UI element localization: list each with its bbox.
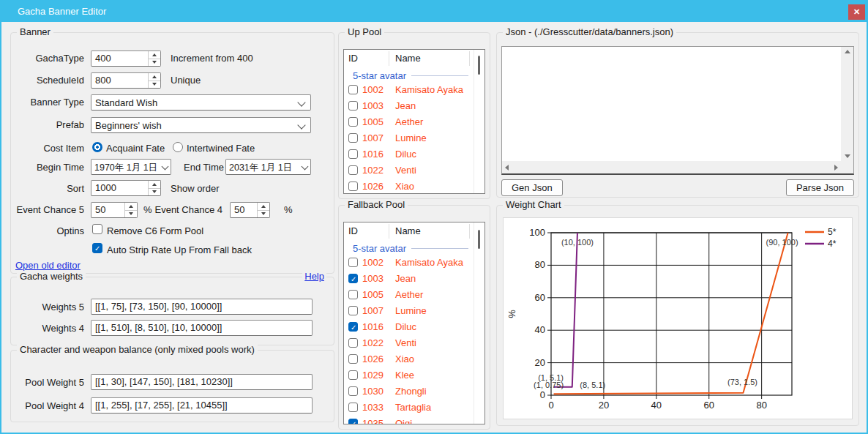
row-checkbox[interactable]	[348, 165, 358, 175]
row-checkbox[interactable]	[348, 258, 358, 267]
row-checkbox[interactable]	[348, 338, 358, 348]
pool-row[interactable]: 1016Diluc	[344, 319, 474, 335]
remove-c6-checkbox[interactable]	[92, 224, 102, 234]
pool-row[interactable]: 1005Aether	[344, 114, 474, 130]
prefab-select[interactable]: Beginners' wish	[91, 117, 311, 133]
scheduleid-spinner[interactable]	[148, 73, 160, 88]
scheduleid-input[interactable]: 800	[91, 72, 161, 89]
svg-text:20: 20	[535, 357, 545, 368]
optins-label: Optins	[56, 225, 84, 236]
pool-row[interactable]: 1022Venti	[344, 335, 474, 351]
pool-weight-4-input[interactable]: [[1, 255], [17, 255], [21, 10455]]	[91, 397, 313, 414]
row-checkbox[interactable]	[348, 419, 358, 424]
spin-up-icon[interactable]	[149, 181, 160, 189]
row-id: 1022	[362, 165, 384, 176]
pool-row[interactable]: 1029Klee	[344, 367, 474, 384]
spin-down-icon[interactable]	[125, 211, 137, 218]
weights-5-input[interactable]: [[1, 75], [73, 150], [90, 10000]]	[91, 299, 313, 315]
pool-row[interactable]: 1022Venti	[344, 162, 474, 179]
column-header-id[interactable]: ID	[348, 225, 358, 236]
scroll-right-icon[interactable]	[834, 165, 838, 171]
parse-json-button[interactable]: Parse Json	[786, 179, 854, 196]
weights-4-input[interactable]: [[1, 510], [8, 510], [10, 10000]]	[91, 320, 313, 336]
row-checkbox[interactable]	[348, 322, 358, 332]
titlebar[interactable]: Gacha Banner Editor	[0, 0, 868, 22]
scrollbar-thumb[interactable]	[478, 230, 480, 249]
scroll-up-icon[interactable]	[845, 50, 850, 53]
row-checkbox[interactable]	[348, 85, 358, 94]
row-name: Kamisato Ayaka	[395, 257, 463, 268]
spin-down-icon[interactable]	[149, 59, 160, 67]
pool-row[interactable]: 1003Jean	[344, 271, 474, 287]
list-scrollbar[interactable]	[474, 222, 484, 424]
pool-row[interactable]: 1002Kamisato Ayaka	[344, 82, 474, 98]
row-checkbox[interactable]	[348, 290, 358, 299]
row-checkbox[interactable]	[348, 133, 358, 143]
event-chance-5-input[interactable]: 50	[91, 202, 138, 218]
json-vertical-scrollbar[interactable]	[841, 47, 853, 161]
column-header-id[interactable]: ID	[348, 53, 358, 64]
row-checkbox[interactable]	[348, 101, 358, 111]
spin-up-icon[interactable]	[149, 73, 160, 81]
spin-up-icon[interactable]	[258, 203, 269, 211]
event-chance-4-input[interactable]: 50	[230, 202, 270, 218]
column-header-name[interactable]: Name	[395, 225, 421, 236]
pool-row[interactable]: 1002Kamisato Ayaka	[344, 255, 474, 271]
sort-spinner[interactable]	[148, 181, 160, 195]
gachatype-spinner[interactable]	[148, 51, 160, 66]
auto-strip-checkbox[interactable]	[92, 243, 102, 253]
event-chance-5-spinner[interactable]	[124, 203, 137, 217]
spin-down-icon[interactable]	[258, 211, 269, 218]
open-old-editor-link[interactable]: Open old editor	[15, 260, 81, 271]
end-time-picker[interactable]: 2031年 1月 1日	[225, 159, 311, 175]
row-checkbox[interactable]	[348, 149, 358, 159]
up-pool-list[interactable]: IDName5-star avatar1002Kamisato Ayaka100…	[343, 49, 485, 194]
row-checkbox[interactable]	[348, 117, 358, 127]
scroll-down-icon[interactable]	[845, 154, 850, 158]
row-checkbox[interactable]	[348, 403, 358, 412]
pool-row[interactable]: 1007Lumine	[344, 130, 474, 146]
scroll-left-icon[interactable]	[505, 165, 509, 171]
row-checkbox[interactable]	[348, 370, 358, 380]
gachatype-label: GachaType	[36, 53, 85, 64]
spin-up-icon[interactable]	[149, 51, 160, 59]
row-id: 1026	[362, 353, 384, 364]
gachatype-input[interactable]: 400	[91, 50, 161, 67]
json-textarea[interactable]	[501, 46, 854, 175]
row-checkbox[interactable]	[348, 354, 358, 364]
gen-json-button[interactable]: Gen Json	[501, 179, 563, 196]
pool-row[interactable]: 1035Qiqi	[344, 416, 474, 424]
column-header-name[interactable]: Name	[395, 53, 421, 64]
pool-row[interactable]: 1026Xiao	[344, 179, 474, 193]
event-chance-4-spinner[interactable]	[257, 203, 269, 217]
json-horizontal-scrollbar[interactable]	[502, 161, 841, 173]
scrollbar-thumb[interactable]	[478, 56, 480, 75]
row-checkbox[interactable]	[348, 306, 358, 315]
pool-weight-5-input[interactable]: [[1, 30], [147, 150], [181, 10230]]	[91, 374, 313, 390]
pool-row[interactable]: 1005Aether	[344, 287, 474, 303]
banner-type-select[interactable]: Standard Wish	[91, 94, 311, 111]
row-id: 1003	[362, 100, 384, 111]
row-name: Jean	[395, 273, 416, 284]
spin-up-icon[interactable]	[125, 203, 137, 211]
pool-row[interactable]: 1030Zhongli	[344, 384, 474, 400]
help-link[interactable]: Help	[302, 271, 326, 282]
pool-row[interactable]: 1026Xiao	[344, 351, 474, 367]
intertwined-fate-radio[interactable]	[173, 142, 183, 152]
close-button[interactable]: ✕	[848, 4, 865, 20]
list-rows: 1002Kamisato Ayaka1003Jean1005Aether1007…	[344, 255, 474, 424]
row-checkbox[interactable]	[348, 274, 358, 283]
pool-row[interactable]: 1003Jean	[344, 98, 474, 114]
pool-row[interactable]: 1033Tartaglia	[344, 400, 474, 416]
pool-row[interactable]: 1016Diluc	[344, 146, 474, 162]
row-checkbox[interactable]	[348, 182, 358, 191]
list-scrollbar[interactable]	[474, 50, 484, 193]
spin-down-icon[interactable]	[149, 81, 160, 89]
begin-time-picker[interactable]: 1970年 1月 1日	[91, 159, 171, 175]
row-checkbox[interactable]	[348, 386, 358, 396]
pool-row[interactable]: 1007Lumine	[344, 303, 474, 319]
fallback-pool-list[interactable]: IDName5-star avatar1002Kamisato Ayaka100…	[343, 222, 485, 424]
sort-input[interactable]: 1000	[91, 180, 161, 196]
acquaint-fate-radio[interactable]	[92, 142, 102, 152]
spin-down-icon[interactable]	[149, 189, 160, 196]
